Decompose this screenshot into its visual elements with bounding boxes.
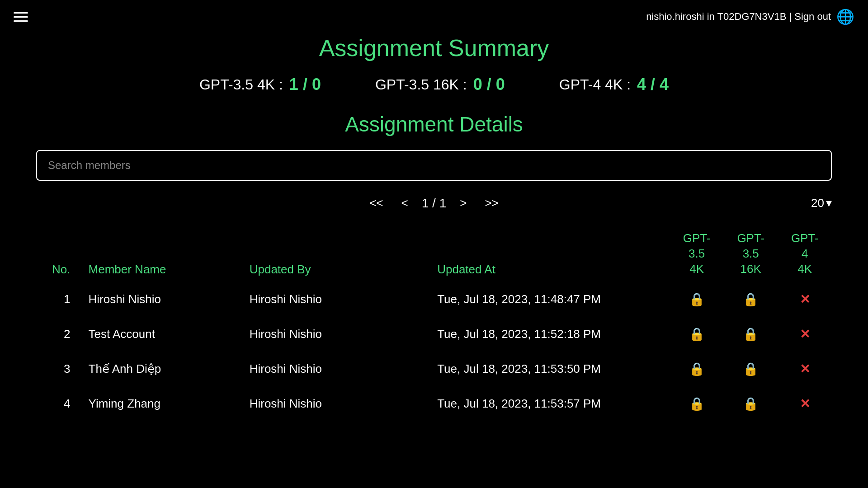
cell-gpt35-16k: 🔒 [724,317,778,352]
prev-page-button[interactable]: < [397,194,413,212]
col-header-gpt35-16k: GPT-3.516K [724,225,778,282]
assignment-table: No. Member Name Updated By Updated At GP… [36,225,832,421]
lock-icon: 🔒 [743,327,759,341]
first-page-button[interactable]: << [365,194,387,212]
col-header-updated-by: Updated By [241,225,429,282]
assignment-table-container: No. Member Name Updated By Updated At GP… [36,225,832,421]
stat-gpt4-4k-value: 4 / 4 [637,75,669,94]
pagination-row: << < 1 / 1 > >> 20 ▾ [0,194,868,212]
cell-gpt35-4k: 🔒 [670,386,724,421]
col-header-no: No. [36,225,80,282]
lock-icon: 🔒 [689,362,705,376]
stat-gpt35-4k: GPT-3.5 4K : 1 / 0 [199,75,321,94]
stat-gpt4-4k-label: GPT-4 4K : [559,76,631,93]
stat-gpt35-16k-value: 0 / 0 [473,75,505,94]
chevron-down-icon: ▾ [826,196,832,210]
search-input[interactable] [36,150,832,181]
cell-updated-by: Hiroshi Nishio [241,317,429,352]
user-info-bar: nishio.hiroshi in T02DG7N3V1B | Sign out… [646,8,854,25]
stat-gpt35-4k-value: 1 / 0 [289,75,321,94]
lock-icon: 🔒 [689,397,705,411]
cell-member-name: Test Account [80,317,241,352]
cell-no: 2 [36,317,80,352]
stat-gpt35-16k-label: GPT-3.5 16K : [375,76,467,93]
last-page-button[interactable]: >> [480,194,503,212]
details-title: Assignment Details [0,112,868,136]
x-icon: ✕ [800,327,810,341]
cell-gpt4-4k: ✕ [778,386,832,421]
cell-updated-by: Hiroshi Nishio [241,386,429,421]
cell-gpt4-4k: ✕ [778,352,832,386]
cell-member-name: Hiroshi Nishio [80,282,241,317]
cell-gpt4-4k: ✕ [778,282,832,317]
col-header-member: Member Name [80,225,241,282]
per-page-selector[interactable]: 20 ▾ [811,196,832,210]
x-icon: ✕ [800,397,810,411]
cell-no: 4 [36,386,80,421]
cell-gpt35-16k: 🔒 [724,352,778,386]
cell-member-name: Yiming Zhang [80,386,241,421]
table-body: 1Hiroshi NishioHiroshi NishioTue, Jul 18… [36,282,832,421]
summary-stats: GPT-3.5 4K : 1 / 0 GPT-3.5 16K : 0 / 0 G… [0,75,868,94]
cell-gpt4-4k: ✕ [778,317,832,352]
cell-no: 3 [36,352,80,386]
x-icon: ✕ [800,292,810,306]
table-row: 4Yiming ZhangHiroshi NishioTue, Jul 18, … [36,386,832,421]
cell-gpt35-16k: 🔒 [724,282,778,317]
table-row: 3Thế Anh DiệpHiroshi NishioTue, Jul 18, … [36,352,832,386]
table-row: 2Test AccountHiroshi NishioTue, Jul 18, … [36,317,832,352]
cell-updated-at: Tue, Jul 18, 2023, 11:53:50 PM [428,352,670,386]
col-header-updated-at: Updated At [428,225,670,282]
header: nishio.hiroshi in T02DG7N3V1B | Sign out… [0,0,868,30]
cell-gpt35-4k: 🔒 [670,317,724,352]
table-row: 1Hiroshi NishioHiroshi NishioTue, Jul 18… [36,282,832,317]
cell-member-name: Thế Anh Diệp [80,352,241,386]
user-info-text: nishio.hiroshi in T02DG7N3V1B | Sign out [646,11,831,23]
cell-gpt35-4k: 🔒 [670,352,724,386]
col-header-gpt35-4k: GPT-3.54K [670,225,724,282]
cell-gpt35-16k: 🔒 [724,386,778,421]
globe-icon[interactable]: 🌐 [836,8,854,25]
stat-gpt4-4k: GPT-4 4K : 4 / 4 [559,75,669,94]
table-header: No. Member Name Updated By Updated At GP… [36,225,832,282]
pagination-info: 1 / 1 [422,196,446,211]
lock-icon: 🔒 [689,327,705,341]
x-icon: ✕ [800,362,810,376]
stat-gpt35-4k-label: GPT-3.5 4K : [199,76,283,93]
next-page-button[interactable]: > [455,194,471,212]
cell-updated-by: Hiroshi Nishio [241,282,429,317]
lock-icon: 🔒 [689,292,705,306]
col-header-gpt4-4k: GPT-44K [778,225,832,282]
cell-no: 1 [36,282,80,317]
cell-updated-at: Tue, Jul 18, 2023, 11:53:57 PM [428,386,670,421]
lock-icon: 🔒 [743,397,759,411]
search-container [36,150,832,181]
cell-updated-by: Hiroshi Nishio [241,352,429,386]
lock-icon: 🔒 [743,362,759,376]
page-title: Assignment Summary [0,34,868,61]
cell-gpt35-4k: 🔒 [670,282,724,317]
menu-button[interactable] [14,12,28,22]
per-page-value: 20 [811,196,824,210]
lock-icon: 🔒 [743,292,759,306]
cell-updated-at: Tue, Jul 18, 2023, 11:48:47 PM [428,282,670,317]
stat-gpt35-16k: GPT-3.5 16K : 0 / 0 [375,75,505,94]
cell-updated-at: Tue, Jul 18, 2023, 11:52:18 PM [428,317,670,352]
